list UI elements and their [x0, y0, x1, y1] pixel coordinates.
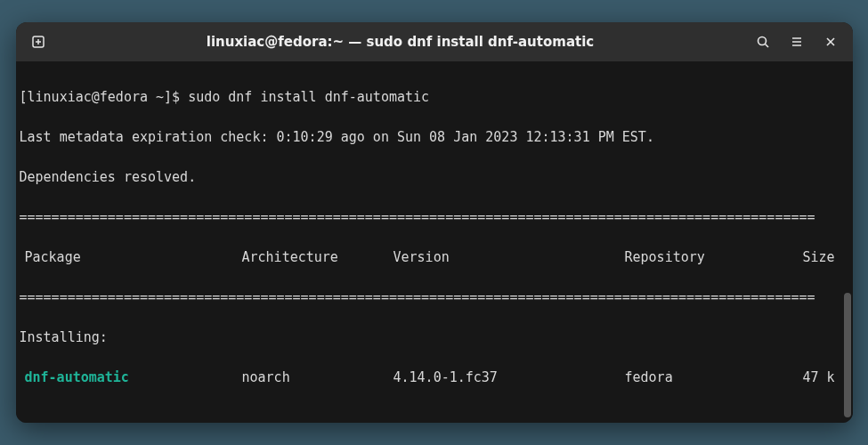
- shell-prompt: [linuxiac@fedora ~]$: [20, 89, 189, 105]
- col-arch: Architecture: [242, 247, 393, 268]
- installing-label: Installing:: [20, 328, 846, 348]
- search-button[interactable]: [748, 27, 778, 57]
- table-row: dnf-automaticnoarch4.14.0-1.fc37fedora47…: [20, 368, 846, 388]
- terminal-body[interactable]: [linuxiac@fedora ~]$ sudo dnf install dn…: [16, 61, 853, 423]
- package-repo: fedora: [625, 368, 785, 388]
- menu-button[interactable]: [782, 27, 812, 57]
- new-tab-button[interactable]: [23, 27, 53, 57]
- scrollbar-thumb[interactable]: [844, 293, 851, 417]
- package-name: dnf-automatic: [20, 368, 242, 388]
- svg-point-3: [758, 37, 766, 45]
- svg-line-4: [765, 44, 768, 48]
- blank-line: [20, 408, 846, 424]
- metadata-line: Last metadata expiration check: 0:10:29 …: [20, 127, 846, 148]
- package-arch: noarch: [242, 368, 393, 388]
- window-title: linuxiac@fedora:~ — sudo dnf install dnf…: [61, 34, 741, 50]
- col-version: Version: [393, 247, 625, 268]
- package-size: 47 k: [785, 368, 846, 388]
- titlebar: linuxiac@fedora:~ — sudo dnf install dnf…: [16, 22, 853, 61]
- col-repo: Repository: [625, 247, 785, 268]
- close-button[interactable]: [815, 27, 846, 57]
- package-version: 4.14.0-1.fc37: [393, 368, 625, 388]
- table-header-row: PackageArchitectureVersionRepositorySize: [20, 247, 846, 268]
- col-package: Package: [20, 247, 242, 268]
- rule-line: ========================================…: [20, 207, 846, 228]
- terminal-window: linuxiac@fedora:~ — sudo dnf install dnf…: [16, 22, 853, 423]
- rule-line: ========================================…: [20, 287, 846, 308]
- deps-line: Dependencies resolved.: [20, 167, 846, 188]
- command-text: sudo dnf install dnf-automatic: [188, 89, 429, 105]
- col-size: Size: [785, 247, 846, 268]
